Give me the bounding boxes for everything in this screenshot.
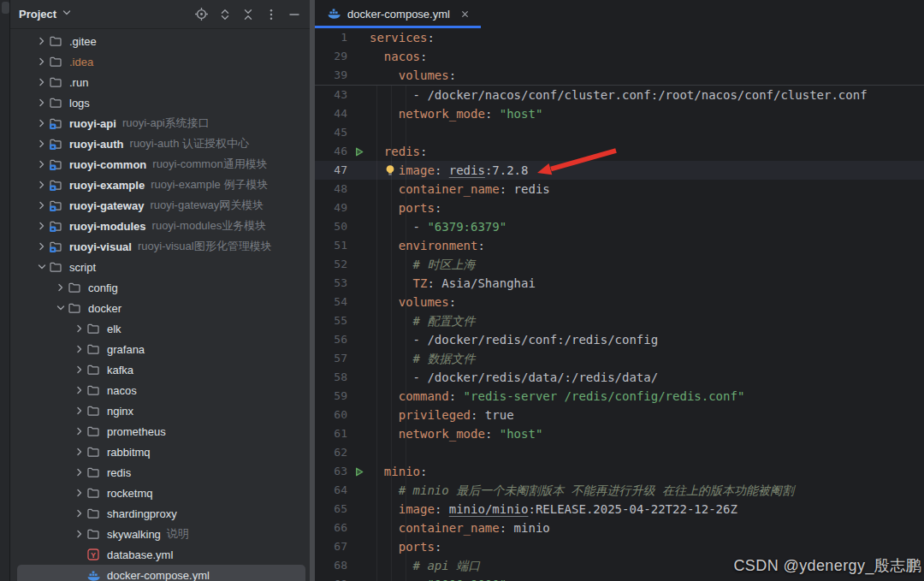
code-line-46[interactable]: 46 redis: <box>315 142 924 161</box>
chevron-right-icon[interactable] <box>72 465 86 479</box>
run-icon[interactable] <box>347 142 370 161</box>
code-line-47[interactable]: 47 image: redis:7.2.8 <box>315 161 924 180</box>
code-line-69[interactable]: 69 - "9000:9000" <box>315 575 924 581</box>
code-line-45[interactable]: 45 <box>315 123 924 142</box>
tree-item-ruoyi-visual[interactable]: ruoyi-visualruoyi-visual图形化管理模块 <box>10 236 310 257</box>
tree-item-ruoyi-auth[interactable]: ruoyi-authruoyi-auth 认证授权中心 <box>10 133 310 154</box>
chevron-right-icon[interactable] <box>72 527 86 541</box>
code-line-53[interactable]: 53 TZ: Asia/Shanghai <box>315 274 924 293</box>
tree-item-rocketmq[interactable]: rocketmq <box>10 483 310 503</box>
tree-item-docker-compose-yml[interactable]: docker-compose.yml <box>17 565 305 581</box>
code-line-48[interactable]: 48 container_name: redis <box>315 180 924 199</box>
tree-item-ruoyi-common[interactable]: ruoyi-commonruoyi-common通用模块 <box>10 154 310 175</box>
chevron-right-icon[interactable] <box>34 137 49 151</box>
tree-item-redis[interactable]: redis <box>10 462 310 483</box>
chevron-right-icon[interactable] <box>72 445 86 459</box>
code-line-67[interactable]: 67 ports: <box>315 537 924 556</box>
chevron-right-icon[interactable] <box>72 486 86 500</box>
chevron-right-icon[interactable] <box>34 116 49 130</box>
code-line-49[interactable]: 49 ports: <box>315 199 924 217</box>
close-icon[interactable] <box>459 9 471 20</box>
code-text: - /docker/nacos/conf/cluster.conf:/root/… <box>370 86 924 104</box>
collapse-all-icon[interactable] <box>240 7 255 21</box>
code-line-50[interactable]: 50 - "6379:6379" <box>315 217 924 236</box>
gutter <box>347 500 370 519</box>
hide-icon[interactable] <box>287 7 301 21</box>
tree-item-ruoyi-gateway[interactable]: ruoyi-gatewayruoyi-gateway网关模块 <box>10 195 310 216</box>
sticky-line-1[interactable]: 1services: <box>315 28 924 47</box>
tree-item-nginx[interactable]: nginx <box>10 400 310 421</box>
sticky-line-39[interactable]: 39 volumes: <box>315 66 924 85</box>
chevron-right-icon[interactable] <box>34 157 49 171</box>
code-line-52[interactable]: 52 # 时区上海 <box>315 255 924 274</box>
chevron-right-icon[interactable] <box>72 363 86 376</box>
chevron-down-icon[interactable] <box>34 260 49 274</box>
code-line-59[interactable]: 59 command: "redis-server /redis/config/… <box>315 387 924 406</box>
tree-item-prometheus[interactable]: prometheus <box>10 421 310 442</box>
tree-item-rabbitmq[interactable]: rabbitmq <box>10 442 310 462</box>
code-line-44[interactable]: 44 network_mode: "host" <box>315 104 924 123</box>
tree-item-ruoyi-modules[interactable]: ruoyi-modulesruoyi-modules业务模块 <box>10 216 310 236</box>
code-line-66[interactable]: 66 container_name: minio <box>315 519 924 537</box>
chevron-right-icon[interactable] <box>34 34 49 48</box>
tree-item-label: nacos <box>107 384 137 397</box>
chevron-down-icon[interactable] <box>53 301 68 315</box>
tree-item-grafana[interactable]: grafana <box>10 339 310 359</box>
code-line-60[interactable]: 60 privileged: true <box>315 406 924 424</box>
tree-item-kafka[interactable]: kafka <box>10 359 310 380</box>
code-line-58[interactable]: 58 - /docker/redis/data/:/redis/data/ <box>315 368 924 387</box>
tree-item-config[interactable]: config <box>10 277 310 298</box>
chevron-right-icon[interactable] <box>34 178 49 192</box>
code-line-62[interactable]: 62 <box>315 443 924 462</box>
expand-all-icon[interactable] <box>217 7 232 21</box>
chevron-right-icon[interactable] <box>34 240 49 253</box>
tree-item-logs[interactable]: logs <box>10 92 310 113</box>
tree-item-gitee[interactable]: .gitee <box>10 31 310 51</box>
chevron-right-icon[interactable] <box>72 322 86 335</box>
ide-window: Project .gitee.idea.runlogsruoyi-apiruoy… <box>0 0 924 581</box>
tree-item-shardingproxy[interactable]: shardingproxy <box>10 503 310 524</box>
code-text <box>370 443 924 462</box>
chevron-right-icon[interactable] <box>72 424 86 438</box>
chevron-right-icon[interactable] <box>34 96 49 110</box>
chevron-right-icon[interactable] <box>53 281 68 294</box>
chevron-right-icon[interactable] <box>34 219 49 233</box>
tree-item-elk[interactable]: elk <box>10 318 310 339</box>
tab-docker-compose[interactable]: docker-compose.yml <box>315 0 481 28</box>
run-icon[interactable] <box>347 462 370 481</box>
tree-item-ruoyi-example[interactable]: ruoyi-exampleruoyi-example 例子模块 <box>10 175 310 195</box>
code-line-54[interactable]: 54 volumes: <box>315 293 924 311</box>
code-line-65[interactable]: 65 image: minio/minio:RELEASE.2025-04-22… <box>315 500 924 519</box>
tree-item-run[interactable]: .run <box>10 72 310 92</box>
locate-icon[interactable] <box>194 7 209 21</box>
chevron-right-icon[interactable] <box>34 55 49 68</box>
code-line-63[interactable]: 63 minio: <box>315 462 924 481</box>
intention-bulb-icon[interactable] <box>383 163 397 177</box>
tree-item-skywalking[interactable]: skywalking说明 <box>10 524 310 544</box>
more-icon[interactable] <box>264 7 278 21</box>
tree-item-docker[interactable]: docker <box>10 298 310 318</box>
chevron-right-icon[interactable] <box>34 199 49 212</box>
code-line-61[interactable]: 61 network_mode: "host" <box>315 424 924 443</box>
sticky-line-29[interactable]: 29 nacos: <box>315 47 924 66</box>
code-line-43[interactable]: 43 - /docker/nacos/conf/cluster.conf:/ro… <box>315 86 924 104</box>
tool-window-button[interactable] <box>2 2 9 14</box>
code-line-55[interactable]: 55 # 配置文件 <box>315 311 924 330</box>
project-selector[interactable]: Project <box>19 6 74 22</box>
chevron-right-icon[interactable] <box>72 404 86 418</box>
chevron-right-icon[interactable] <box>72 507 86 520</box>
tree-item-nacos[interactable]: nacos <box>10 380 310 400</box>
tree-item-database-yml[interactable]: Ydatabase.yml <box>10 544 310 565</box>
chevron-right-icon[interactable] <box>72 342 86 356</box>
gutter <box>347 406 370 424</box>
line-number: 1 <box>315 28 347 47</box>
tree-item-idea[interactable]: .idea <box>10 51 310 72</box>
tree-item-script[interactable]: script <box>10 257 310 277</box>
tree-item-ruoyi-api[interactable]: ruoyi-apiruoyi-api系统接口 <box>10 113 310 133</box>
code-line-56[interactable]: 56 - /docker/redis/conf:/redis/config <box>315 330 924 349</box>
code-line-57[interactable]: 57 # 数据文件 <box>315 349 924 368</box>
chevron-right-icon[interactable] <box>72 383 86 397</box>
chevron-right-icon[interactable] <box>34 75 49 89</box>
code-line-64[interactable]: 64 # minio 最后一个未阉割版本 不能再进行升级 在往上的版本功能被阉割 <box>315 481 924 500</box>
code-line-51[interactable]: 51 environment: <box>315 236 924 255</box>
